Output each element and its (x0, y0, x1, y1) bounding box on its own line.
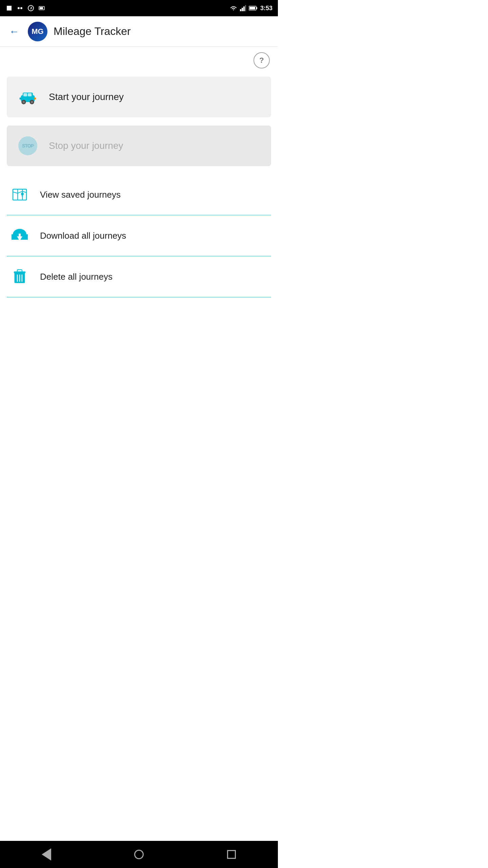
delete-all-label: Delete all journeys (40, 272, 113, 282)
map-icon (9, 184, 30, 205)
stop-journey-button[interactable]: STOP Stop your journey (7, 125, 271, 166)
trash-icon (9, 267, 30, 287)
svg-rect-12 (249, 7, 255, 9)
app-icon-4 (38, 4, 45, 12)
svg-rect-9 (245, 5, 246, 11)
app-icon-2 (16, 4, 24, 12)
svg-rect-5 (40, 7, 43, 9)
status-time: 3:53 (260, 5, 272, 12)
back-arrow-icon: ← (9, 26, 19, 37)
wifi-icon (230, 5, 237, 11)
svg-rect-6 (240, 9, 241, 11)
delete-all-journeys-item[interactable]: Delete all journeys (7, 256, 271, 297)
car-svg (18, 87, 37, 106)
stop-text: STOP (22, 143, 34, 149)
app-logo: MG (28, 22, 47, 41)
download-all-journeys-item[interactable]: Download all journeys (7, 215, 271, 256)
svg-rect-16 (28, 93, 32, 96)
app-title: Mileage Tracker (54, 25, 131, 38)
app-icon-3 (27, 4, 35, 12)
svg-point-20 (30, 101, 33, 103)
main-content: Start your journey STOP Stop your journe… (0, 71, 278, 303)
start-journey-button[interactable]: Start your journey (7, 77, 271, 117)
svg-rect-7 (242, 8, 243, 11)
svg-rect-11 (256, 7, 257, 9)
view-saved-journeys-item[interactable]: View saved journeys (7, 174, 271, 215)
svg-point-18 (22, 101, 25, 103)
stop-journey-label: Stop your journey (49, 140, 123, 151)
stop-icon: STOP (18, 136, 38, 156)
signal-icon (240, 5, 246, 11)
status-left-icons (5, 4, 45, 12)
view-saved-label: View saved journeys (40, 190, 121, 200)
map-svg (11, 186, 28, 203)
svg-point-1 (18, 7, 20, 9)
svg-rect-0 (7, 6, 12, 11)
logo-text: MG (32, 27, 43, 36)
app-header: ← MG Mileage Tracker (0, 16, 278, 47)
svg-point-2 (20, 7, 22, 9)
stop-badge: STOP (18, 136, 37, 155)
cloud-download-icon (9, 225, 30, 246)
status-right-icons: 3:53 (230, 5, 272, 12)
menu-list: View saved journeys Download all journey… (7, 174, 271, 297)
cloud-download-svg (10, 226, 29, 245)
svg-rect-34 (17, 270, 22, 272)
battery-icon (249, 5, 258, 11)
svg-rect-21 (20, 98, 22, 100)
svg-rect-31 (19, 234, 21, 239)
start-journey-label: Start your journey (49, 92, 124, 102)
car-icon (18, 87, 38, 107)
app-icon-1 (5, 4, 13, 12)
download-all-label: Download all journeys (40, 231, 126, 241)
help-button[interactable]: ? (253, 52, 270, 68)
help-icon: ? (259, 56, 264, 65)
back-button[interactable]: ← (7, 24, 22, 39)
svg-rect-15 (23, 93, 27, 96)
svg-rect-22 (34, 98, 36, 100)
svg-rect-23 (13, 189, 26, 200)
status-bar: 3:53 (0, 0, 278, 16)
svg-rect-8 (243, 6, 245, 11)
help-container: ? (0, 47, 278, 71)
trash-svg (12, 269, 28, 285)
